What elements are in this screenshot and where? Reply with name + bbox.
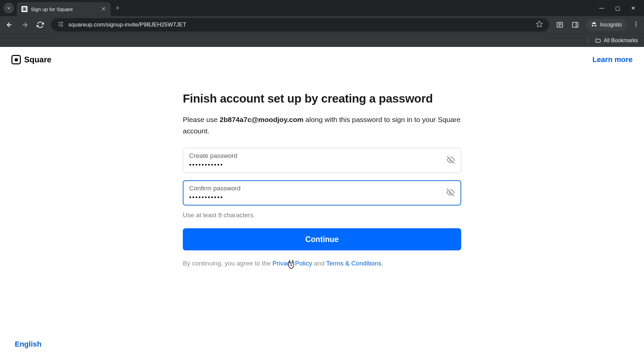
window-controls: — ▢ ✕ xyxy=(599,5,641,11)
svg-point-3 xyxy=(61,25,62,26)
tab-favicon xyxy=(21,6,28,12)
legal-after: . xyxy=(381,260,383,267)
page-content: Square Learn more Finish account set up … xyxy=(0,47,644,362)
signup-form: Finish account set up by creating a pass… xyxy=(183,92,461,267)
bookmark-star-icon[interactable] xyxy=(536,20,543,29)
bookmarks-separator: | xyxy=(588,38,589,44)
confirm-password-label: Confirm password xyxy=(189,185,455,192)
reload-button[interactable] xyxy=(36,20,45,29)
svg-point-9 xyxy=(635,25,636,26)
create-password-input[interactable] xyxy=(189,162,441,169)
create-password-label: Create password xyxy=(189,152,455,160)
page-subtext: Please use 2b874a7c@moodjoy.com along wi… xyxy=(183,114,461,136)
subtext-before: Please use xyxy=(183,116,220,123)
toggle-visibility-icon[interactable] xyxy=(446,188,454,198)
bookmarks-bar: | All Bookmarks xyxy=(0,34,644,47)
svg-rect-6 xyxy=(573,22,578,27)
svg-marker-4 xyxy=(536,21,542,27)
side-panel-icon[interactable] xyxy=(571,20,580,29)
privacy-policy-link[interactable]: Privacy Policy xyxy=(272,260,312,267)
new-tab-button[interactable]: + xyxy=(115,4,120,12)
create-password-field[interactable]: Create password xyxy=(183,148,461,173)
confirm-password-field[interactable]: Confirm password xyxy=(183,180,461,205)
tab-close-icon[interactable]: ✕ xyxy=(101,6,106,12)
svg-point-7 xyxy=(635,22,636,23)
all-bookmarks-label: All Bookmarks xyxy=(604,38,638,44)
page-header: Square Learn more xyxy=(0,47,644,68)
tab-bar: Sign up for Square ✕ + — ▢ ✕ xyxy=(0,0,644,16)
maximize-button[interactable]: ▢ xyxy=(615,5,620,11)
legal-mid: and xyxy=(312,260,326,267)
minimize-button[interactable]: — xyxy=(599,5,604,11)
square-logo-icon xyxy=(11,55,21,64)
url-text: squareup.com/signup-invite/P9BJEH25W7JET xyxy=(68,21,531,28)
svg-rect-1 xyxy=(24,9,25,10)
language-selector[interactable]: English xyxy=(15,340,41,349)
incognito-label: Incognito xyxy=(600,22,622,28)
toolbar-right: Incognito xyxy=(555,19,639,31)
browser-chrome: Sign up for Square ✕ + — ▢ ✕ squareup.co… xyxy=(0,0,644,47)
close-window-button[interactable]: ✕ xyxy=(631,5,635,11)
all-bookmarks-button[interactable]: All Bookmarks xyxy=(595,38,638,44)
tab-search-button[interactable] xyxy=(3,3,14,13)
browser-toolbar: squareup.com/signup-invite/P9BJEH25W7JET… xyxy=(0,16,644,34)
back-button[interactable] xyxy=(5,20,14,29)
square-logo-text: Square xyxy=(24,55,51,64)
continue-button[interactable]: Continue xyxy=(183,228,461,250)
toggle-visibility-icon[interactable] xyxy=(447,156,455,165)
learn-more-link[interactable]: Learn more xyxy=(592,55,633,64)
reading-list-icon[interactable] xyxy=(555,20,565,29)
forward-button[interactable] xyxy=(20,20,30,29)
tab-title: Sign up for Square xyxy=(31,6,98,12)
legal-before: By continuing, you agree to the xyxy=(183,260,272,267)
browser-menu-icon[interactable] xyxy=(633,21,639,29)
address-bar[interactable]: squareup.com/signup-invite/P9BJEH25W7JET xyxy=(51,18,549,32)
square-logo[interactable]: Square xyxy=(11,55,51,64)
signup-email: 2b874a7c@moodjoy.com xyxy=(220,116,304,123)
confirm-password-input[interactable] xyxy=(189,194,441,201)
terms-link[interactable]: Terms & Conditions xyxy=(326,260,381,267)
legal-text: By continuing, you agree to the Privacy … xyxy=(183,260,461,267)
svg-point-2 xyxy=(61,22,62,23)
svg-point-8 xyxy=(635,23,636,24)
site-settings-icon[interactable] xyxy=(57,21,64,29)
browser-tab[interactable]: Sign up for Square ✕ xyxy=(17,2,111,16)
page-headline: Finish account set up by creating a pass… xyxy=(183,92,461,105)
password-hint: Use at least 8 characters. xyxy=(183,212,461,219)
incognito-indicator[interactable]: Incognito xyxy=(586,19,627,31)
